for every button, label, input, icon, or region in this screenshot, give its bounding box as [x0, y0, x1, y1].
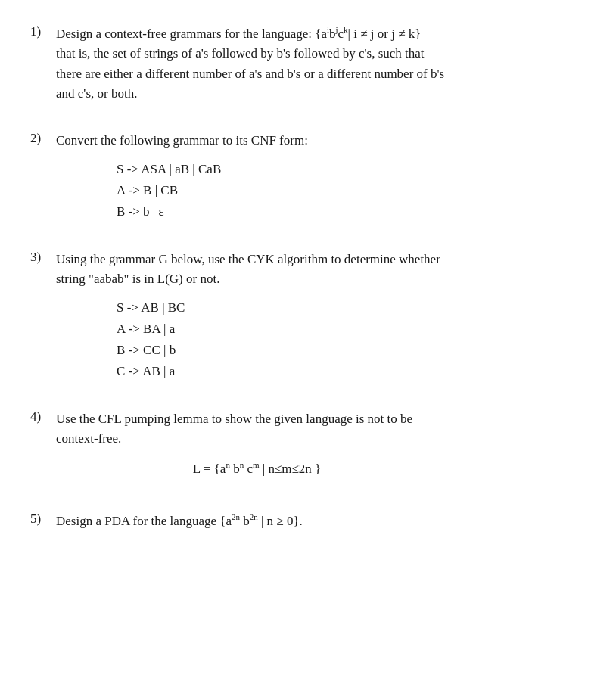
grammar-2-line-2: A -> B | CB	[117, 180, 308, 201]
question-5: 5) Design a PDA for the language {a2n b2…	[30, 511, 586, 531]
grammar-2-line-3: B -> b | ε	[117, 201, 308, 222]
question-4-formula: L = {an bn cm | n≤m≤2n }	[101, 459, 412, 479]
grammar-3-line-2: A -> BA | a	[117, 319, 440, 340]
question-3-header: 3) Using the grammar G below, use the CY…	[30, 250, 586, 382]
question-3: 3) Using the grammar G below, use the CY…	[30, 250, 586, 382]
question-5-number: 5)	[30, 511, 51, 527]
question-3-text: Using the grammar G below, use the CYK a…	[56, 250, 440, 382]
grammar-3-line-1: S -> AB | BC	[117, 297, 440, 319]
question-1-text: Design a context-free grammars for the l…	[56, 24, 444, 104]
question-3-grammar: S -> AB | BC A -> BA | a B -> CC | b C -…	[117, 297, 440, 382]
question-2-number: 2)	[30, 131, 51, 146]
question-1-header: 1) Design a context-free grammars for th…	[30, 24, 586, 104]
question-2-grammar: S -> ASA | aB | CaB A -> B | CB B -> b |…	[117, 159, 308, 222]
question-5-text: Design a PDA for the language {a2n b2n |…	[56, 511, 303, 531]
question-1-number: 1)	[30, 24, 51, 39]
question-4-header: 4) Use the CFL pumping lemma to show the…	[30, 409, 586, 484]
question-2: 2) Convert the following grammar to its …	[30, 131, 586, 222]
question-2-text: Convert the following grammar to its CNF…	[56, 131, 308, 222]
grammar-2-line-1: S -> ASA | aB | CaB	[117, 159, 308, 180]
question-4: 4) Use the CFL pumping lemma to show the…	[30, 409, 586, 484]
grammar-3-line-3: B -> CC | b	[117, 340, 440, 361]
question-3-number: 3)	[30, 250, 51, 265]
question-4-text: Use the CFL pumping lemma to show the gi…	[56, 409, 412, 484]
question-4-number: 4)	[30, 409, 51, 424]
question-5-header: 5) Design a PDA for the language {a2n b2…	[30, 511, 586, 531]
question-2-header: 2) Convert the following grammar to its …	[30, 131, 586, 222]
question-1: 1) Design a context-free grammars for th…	[30, 24, 586, 104]
grammar-3-line-4: C -> AB | a	[117, 361, 440, 382]
